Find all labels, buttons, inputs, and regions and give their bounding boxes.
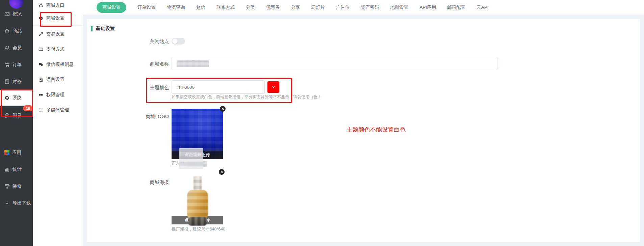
theme-color-input[interactable] (172, 80, 265, 94)
basic-settings-card: 基础设置 关闭站点 商城名称 主题颜色 如果清空或设置成白色，前端登录按钮，部分… (87, 19, 640, 242)
section-title: 基础设置 (96, 26, 115, 32)
tab-logistics[interactable]: 物流查询 (167, 4, 185, 10)
tab-api-app[interactable]: API应用 (420, 4, 436, 10)
submenu-item-entrance[interactable]: 商城入口 (33, 0, 83, 12)
settings-tabbar: 商城设置 订单设置 物流查询 短信 联系方式 分类 优惠券 分享 幻灯片 广告位… (83, 0, 644, 15)
sidebar-item-label: 财务 (12, 79, 22, 85)
divider (33, 25, 83, 26)
secondary-sidebar: 商城入口 商城设置 交易设置 支付方式 微信模板消息 语言设置 权限管理 多媒体… (33, 0, 83, 246)
sidebar-item-label: 订单 (12, 62, 22, 68)
blur-patch (179, 148, 203, 169)
submenu-item-label: 商城设置 (46, 15, 65, 21)
poster-preview[interactable]: 点击重新上传 (172, 174, 223, 224)
sidebar-item-overview[interactable]: 概况 (0, 6, 33, 23)
submenu-item-media[interactable]: 多媒体管理 (33, 103, 83, 117)
poster-caption: 推广海报，建议尺寸640*640 (172, 226, 225, 232)
submenu-item-label: 交易设置 (46, 31, 65, 37)
tab-mail-config[interactable]: 邮箱配置 (447, 4, 465, 10)
trade-icon (38, 32, 43, 36)
poster-label: 商城海报 (87, 180, 169, 186)
sidebar-item-label: 导出下载 (12, 200, 31, 206)
submenu-item-trade[interactable]: 交易设置 (33, 27, 83, 41)
decorate-icon (4, 184, 10, 189)
section-header: 基础设置 (91, 26, 115, 32)
submenu-item-shop-settings[interactable]: 商城设置 (33, 11, 83, 25)
language-icon (38, 77, 43, 82)
tab-contact[interactable]: 联系方式 (216, 4, 235, 10)
sidebar-item-decorate[interactable]: 装修 (0, 178, 33, 195)
logo-label: 商城LOGO (87, 114, 169, 120)
close-site-label: 关闭站点 (87, 39, 169, 45)
stats-icon (4, 167, 10, 172)
submenu-item-label: 支付方式 (46, 46, 65, 52)
sidebar-item-finance[interactable]: 财务 (0, 73, 33, 90)
goods-icon (4, 28, 10, 34)
divider (33, 11, 83, 11)
tab-shop-settings[interactable]: 商城设置 (97, 2, 126, 13)
sidebar-item-label: 系统 (12, 95, 22, 101)
submenu-item-label: 商城入口 (46, 2, 65, 8)
sidebar-item-label: 应用 (12, 149, 21, 156)
sidebar-item-label: 消息 (12, 112, 22, 118)
sidebar-item-label: 装修 (12, 183, 22, 189)
toggle-knob (172, 38, 178, 44)
finance-icon (4, 79, 10, 84)
submenu-item-payment[interactable]: 支付方式 (33, 43, 83, 56)
apps-icon (4, 150, 9, 155)
mall-name-input[interactable] (172, 57, 497, 70)
close-site-toggle[interactable] (172, 38, 185, 45)
sidebar-item-goods[interactable]: 商品 (0, 23, 33, 39)
close-icon[interactable] (219, 169, 225, 175)
close-icon[interactable] (220, 106, 226, 112)
shop-settings-icon (38, 16, 43, 21)
export-icon (4, 200, 10, 206)
system-badge: 18 (23, 105, 33, 111)
submenu-item-label: 语言设置 (46, 77, 65, 83)
sidebar-item-label: 商品 (12, 28, 22, 34)
entrance-icon (38, 3, 43, 8)
overview-icon (4, 11, 10, 17)
sidebar-item-label: 统计 (12, 166, 22, 172)
color-picker-button[interactable] (267, 81, 280, 93)
submenu-item-label: 多媒体管理 (46, 107, 69, 113)
tab-map-settings[interactable]: 地图设置 (390, 4, 409, 10)
poster-image (187, 176, 208, 224)
section-accent-bar (91, 26, 93, 31)
messages-icon (4, 113, 10, 118)
payment-icon (38, 47, 43, 52)
sidebar-item-export[interactable]: 导出下载 (0, 195, 33, 212)
permission-icon (38, 92, 43, 97)
theme-color-hint: 如果清空或设置成白色，前端登录按钮，部分页面背景等将不显示，请勿使用白色！ (172, 94, 321, 100)
tab-category[interactable]: 分类 (246, 4, 255, 10)
blurred-value (177, 60, 209, 67)
primary-sidebar: 概况 商品 会员 订单 财务 系统 18 消息 应用 统计 装修 导出下载 (0, 0, 33, 246)
submenu-item-permission[interactable]: 权限管理 (33, 88, 83, 102)
submenu-item-label: 权限管理 (46, 92, 65, 98)
sidebar-item-members[interactable]: 会员 (0, 39, 33, 56)
sidebar-item-system[interactable]: 系统 (0, 90, 33, 106)
submenu-item-language[interactable]: 语言设置 (33, 73, 83, 86)
media-icon (38, 108, 43, 112)
tab-order-settings[interactable]: 订单设置 (137, 4, 156, 10)
tab-cloud-api[interactable]: 云API (476, 4, 488, 10)
tab-sms[interactable]: 短信 (196, 4, 205, 10)
annotation-note: 主题颜色不能设置白色 (346, 126, 406, 134)
chevron-down-icon (272, 85, 276, 89)
tab-slides[interactable]: 幻灯片 (311, 4, 325, 10)
tab-share[interactable]: 分享 (291, 4, 300, 10)
sidebar-item-label: 会员 (12, 45, 22, 51)
tab-ad-slot[interactable]: 广告位 (336, 4, 350, 10)
members-icon (4, 45, 10, 51)
sidebar-item-orders[interactable]: 订单 (0, 56, 33, 73)
mall-name-label: 商城名称 (87, 61, 169, 67)
tab-asset-password[interactable]: 资产密码 (361, 4, 379, 10)
system-icon (4, 95, 10, 101)
orders-icon (4, 62, 10, 67)
submenu-item-label: 微信模板消息 (46, 61, 74, 67)
tab-coupon[interactable]: 优惠券 (266, 4, 280, 10)
sidebar-item-apps[interactable]: 应用 (0, 144, 33, 161)
submenu-item-wechat-template[interactable]: 微信模板消息 (33, 58, 83, 71)
sidebar-item-label: 概况 (12, 11, 22, 17)
theme-color-label: 主题颜色 (87, 85, 169, 91)
sidebar-item-stats[interactable]: 统计 (0, 161, 33, 178)
